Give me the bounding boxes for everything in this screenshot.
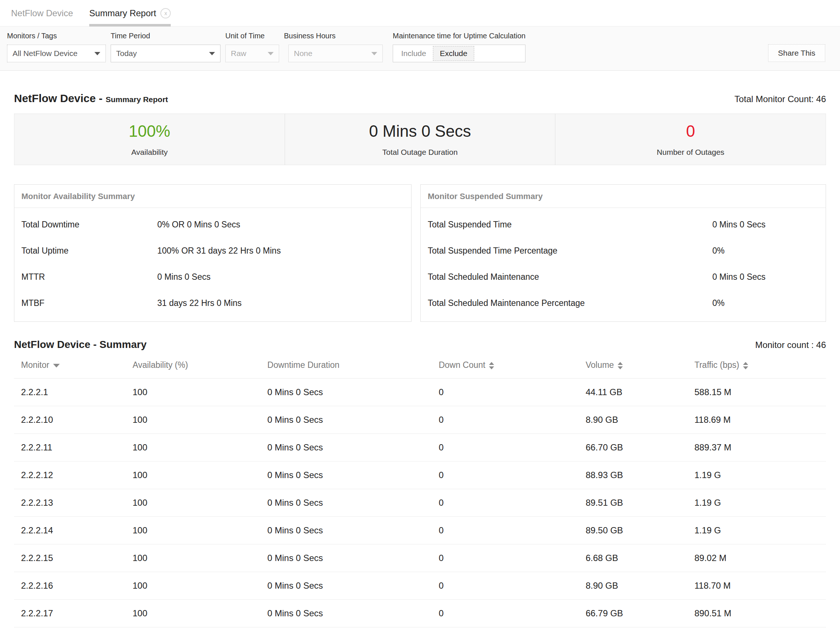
panel-row-label: MTTR <box>21 272 157 282</box>
summary-table-title: NetFlow Device - Summary <box>14 339 146 350</box>
maintenance-label: Maintenance time for Uptime Calculation <box>393 32 526 40</box>
column-header-label: Downtime Duration <box>267 360 339 370</box>
tab-label: Summary Report <box>89 8 156 19</box>
close-icon[interactable]: x <box>160 8 171 19</box>
availability-value: 100% <box>129 122 171 140</box>
tab-netflow-device[interactable]: NetFlow Device <box>11 0 73 27</box>
monitors-tags-dropdown[interactable]: All NetFlow Device <box>7 44 106 62</box>
tab-summary-report[interactable]: Summary Report x <box>89 0 171 27</box>
report-header: NetFlow Device - Summary Report Total Mo… <box>14 92 826 105</box>
table-cell: 8.90 GB <box>586 572 694 600</box>
monitor-cell[interactable]: 2.2.2.13 <box>14 489 133 517</box>
panel-row-label: Total Suspended Time <box>428 220 712 230</box>
table-cell: 0 <box>439 434 586 462</box>
table-cell: 100 <box>133 462 267 489</box>
monitor-cell[interactable]: 2.2.2.16 <box>14 572 133 600</box>
panel-row-label: Total Uptime <box>21 246 157 256</box>
table-cell: 0 Mins 0 Secs <box>267 434 439 462</box>
panel-row-label: Total Scheduled Maintenance Percentage <box>428 298 712 308</box>
sort-up-icon <box>743 362 748 365</box>
column-header-label: Volume <box>586 360 614 370</box>
outage-duration-label: Total Outage Duration <box>382 148 458 157</box>
outage-duration-value: 0 Mins 0 Secs <box>369 122 471 140</box>
table-row: 2.2.2.151000 Mins 0 Secs06.68 GB89.02 M <box>14 544 826 572</box>
filter-monitors-tags: Monitors / Tags All NetFlow Device <box>7 32 106 62</box>
panel-row: Total Downtime0% OR 0 Mins 0 Secs <box>14 211 411 238</box>
table-cell: 0 Mins 0 Secs <box>267 628 439 634</box>
suspended-summary-panel: Monitor Suspended Summary Total Suspende… <box>420 184 826 322</box>
table-cell: 0 <box>439 406 586 434</box>
share-this-button[interactable]: Share This <box>768 44 825 62</box>
panel-row: Total Suspended Time Percentage0% <box>421 238 826 264</box>
column-header-volume[interactable]: Volume <box>586 356 694 379</box>
table-cell: 6.68 GB <box>586 544 694 572</box>
table-cell: 0 Mins 0 Secs <box>267 517 439 544</box>
column-header-traffic-bps-[interactable]: Traffic (bps) <box>694 356 826 379</box>
table-cell: 1.19 G <box>694 489 826 517</box>
panel-row-value: 0 Mins 0 Secs <box>157 272 404 282</box>
column-header-downtime-duration[interactable]: Downtime Duration <box>267 356 439 379</box>
business-hours-dropdown: None <box>288 44 383 62</box>
table-row: 2.2.2.111000 Mins 0 Secs066.70 GB889.37 … <box>14 434 826 462</box>
table-cell: 0 Mins 0 Secs <box>267 572 439 600</box>
column-header-label: Availability (%) <box>133 360 188 370</box>
monitor-cell[interactable]: 2.2.2.1 <box>14 379 133 406</box>
unit-of-time-dropdown: Raw <box>225 44 279 62</box>
table-cell: 0 <box>439 517 586 544</box>
table-cell: 100 <box>133 600 267 628</box>
column-header-monitor[interactable]: Monitor <box>14 356 133 379</box>
column-header-down-count[interactable]: Down Count <box>439 356 586 379</box>
table-cell: 1.19 G <box>694 517 826 544</box>
table-cell: 8.90 GB <box>586 406 694 434</box>
column-header-label: Monitor <box>21 360 49 370</box>
column-header-availability-[interactable]: Availability (%) <box>133 356 267 379</box>
page-title: NetFlow Device - Summary Report <box>14 92 168 105</box>
tab-label: NetFlow Device <box>11 8 73 19</box>
sort-toggle-icon[interactable] <box>743 362 748 369</box>
table-cell: 890.51 M <box>694 600 826 628</box>
monitor-cell[interactable]: 2.2.2.10 <box>14 406 133 434</box>
table-row: 2.2.2.131000 Mins 0 Secs089.51 GB1.19 G <box>14 489 826 517</box>
table-cell: 44.11 GB <box>586 379 694 406</box>
monitor-cell[interactable]: 2.2.2.12 <box>14 462 133 489</box>
column-header-label: Traffic (bps) <box>694 360 739 370</box>
monitor-cell[interactable]: 2.2.2.18 <box>14 628 133 634</box>
time-period-dropdown[interactable]: Today <box>111 44 221 62</box>
table-cell: 0 <box>439 628 586 634</box>
maintenance-include-option[interactable]: Include <box>395 46 433 60</box>
table-row: 2.2.2.101000 Mins 0 Secs08.90 GB118.69 M <box>14 406 826 434</box>
maintenance-exclude-option[interactable]: Exclude <box>433 46 475 61</box>
availability-summary-panel: Monitor Availability Summary Total Downt… <box>14 184 412 322</box>
table-row: 2.2.2.121000 Mins 0 Secs088.93 GB1.19 G <box>14 462 826 489</box>
table-cell: 89.02 M <box>694 544 826 572</box>
filter-time-period: Time Period Today <box>111 32 221 62</box>
monitor-cell[interactable]: 2.2.2.15 <box>14 544 133 572</box>
page-title-sub: Summary Report <box>106 95 168 104</box>
suspended-summary-body: Total Suspended Time0 Mins 0 SecsTotal S… <box>421 208 826 322</box>
table-cell: 0 <box>439 572 586 600</box>
page-title-main: NetFlow Device - <box>14 92 103 104</box>
table-cell: 889.37 M <box>694 434 826 462</box>
summary-table-body: 2.2.2.11000 Mins 0 Secs044.11 GB588.15 M… <box>14 379 826 634</box>
stat-availability: 100% Availability <box>14 114 285 165</box>
filter-bar: Monitors / Tags All NetFlow Device Time … <box>0 27 840 71</box>
sort-toggle-icon[interactable] <box>617 362 623 369</box>
chevron-down-icon <box>268 52 274 55</box>
sort-descending-icon[interactable] <box>53 364 60 367</box>
chevron-down-icon <box>371 52 377 55</box>
monitor-cell[interactable]: 2.2.2.17 <box>14 600 133 628</box>
tab-bar: NetFlow Device Summary Report x <box>0 0 840 27</box>
sort-up-icon <box>617 362 623 365</box>
number-of-outages-label: Number of Outages <box>657 148 724 157</box>
table-cell: 100 <box>133 379 267 406</box>
monitor-cell[interactable]: 2.2.2.11 <box>14 434 133 462</box>
table-row: 2.2.2.181000 Mins 0 Secs089.05 GB1.19 G <box>14 628 826 634</box>
sort-toggle-icon[interactable] <box>489 362 494 369</box>
monitor-cell[interactable]: 2.2.2.14 <box>14 517 133 544</box>
table-cell: 66.79 GB <box>586 600 694 628</box>
panel-row-value: 0% <box>712 246 819 256</box>
table-cell: 0 <box>439 600 586 628</box>
maintenance-toggle: Include Exclude <box>393 44 526 62</box>
table-row: 2.2.2.171000 Mins 0 Secs066.79 GB890.51 … <box>14 600 826 628</box>
business-hours-label: Business Hours <box>284 32 383 40</box>
